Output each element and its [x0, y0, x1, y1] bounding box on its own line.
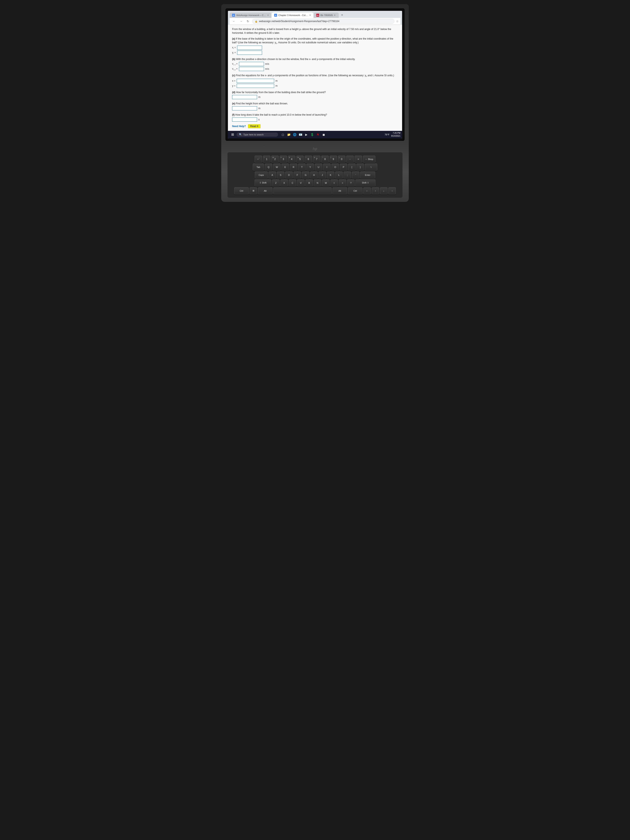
part-b-vix-input[interactable]	[239, 62, 264, 66]
part-a-yi-input[interactable]	[237, 51, 262, 55]
key-y[interactable]: Y	[306, 164, 314, 171]
key-9[interactable]: (9	[330, 156, 337, 163]
key-lctrl[interactable]: Ctrl	[234, 187, 249, 194]
tab-chapter3[interactable]: W Chapter 3 Homework - College P ×	[272, 13, 313, 18]
taskbar-icon-netflix[interactable]: N	[316, 132, 320, 137]
key-space[interactable]	[273, 187, 332, 194]
key-enter[interactable]: Enter	[360, 172, 375, 178]
key-h[interactable]: H	[310, 172, 318, 178]
tab-webassign[interactable]: W WebAssign Homework – College P ×	[230, 13, 271, 18]
key-left[interactable]: ←	[363, 187, 371, 194]
key-0[interactable]: )0	[338, 156, 346, 163]
key-e[interactable]: E	[281, 164, 289, 171]
key-w[interactable]: W	[273, 164, 281, 171]
key-o[interactable]: O	[332, 164, 339, 171]
tab-close-3[interactable]: ×	[334, 14, 335, 17]
key-s[interactable]: S	[277, 172, 284, 178]
bookmark-icon[interactable]: ☆	[396, 20, 399, 23]
key-lshift[interactable]: ⇧ Shift	[254, 179, 271, 186]
part-b-vix-row: vi, x = m/s	[232, 62, 398, 66]
key-semicolon[interactable]: ;	[344, 172, 351, 178]
key-tilde[interactable]: ~`	[254, 156, 262, 163]
key-8[interactable]: *8	[321, 156, 329, 163]
key-comma[interactable]: <	[330, 179, 338, 186]
new-tab-button[interactable]: +	[339, 12, 345, 18]
key-rbracket[interactable]: ]	[357, 164, 364, 171]
part-a-xi-input[interactable]	[237, 46, 262, 50]
key-down[interactable]: ↓	[380, 187, 387, 194]
key-z[interactable]: Z	[272, 179, 279, 186]
key-l[interactable]: L	[335, 172, 343, 178]
key-6[interactable]: ^6	[305, 156, 312, 163]
tab-favicon-ch3: W	[274, 14, 277, 17]
tab-close-2[interactable]: ×	[309, 14, 311, 17]
key-rshift[interactable]: Shift ⇧	[355, 179, 376, 186]
key-equals[interactable]: =	[355, 156, 362, 163]
key-d[interactable]: D	[285, 172, 293, 178]
forward-button[interactable]: →	[238, 19, 244, 23]
key-lbracket[interactable]: [	[348, 164, 355, 171]
key-caps[interactable]: Caps	[255, 172, 268, 178]
key-3[interactable]: #3	[279, 156, 287, 163]
key-backslash[interactable]: \	[365, 164, 377, 171]
browser-window: W WebAssign Homework – College P × W Cha…	[228, 11, 402, 138]
key-backspace[interactable]: ← Bksp	[363, 156, 376, 163]
back-button[interactable]: ←	[231, 19, 237, 23]
taskbar-icon-media[interactable]: ▶	[304, 132, 308, 137]
part-c-x-input[interactable]	[237, 79, 274, 83]
taskbar-search[interactable]: 🔍 Type here to search	[237, 133, 278, 137]
key-x[interactable]: X	[280, 179, 288, 186]
key-p[interactable]: P	[340, 164, 347, 171]
key-tab[interactable]: Tab	[253, 164, 264, 171]
key-i[interactable]: I	[323, 164, 331, 171]
key-g[interactable]: G	[302, 172, 309, 178]
address-bar[interactable]: 🔒 webassign.net/web/Student/Assignment-R…	[252, 19, 395, 24]
key-a[interactable]: A	[268, 172, 276, 178]
key-period[interactable]: >	[339, 179, 346, 186]
key-rctrl[interactable]: Ctrl	[348, 187, 363, 194]
key-c[interactable]: C	[289, 179, 296, 186]
start-button[interactable]: ⊞	[230, 132, 235, 137]
tab-bb[interactable]: Bb Bb 7959505 ×	[314, 13, 339, 18]
taskbar-icon-cortana[interactable]: ◻	[281, 132, 285, 137]
key-n[interactable]: N	[314, 179, 321, 186]
key-quote[interactable]: '	[352, 172, 359, 178]
taskbar-icon-dollar[interactable]: 💲	[310, 132, 314, 137]
key-b[interactable]: B	[305, 179, 313, 186]
taskbar-icon-fileexplorer[interactable]: 📁	[286, 132, 291, 137]
tab-close-1[interactable]: ×	[267, 14, 269, 17]
key-up[interactable]: ↑	[372, 187, 379, 194]
key-lalt[interactable]: Alt	[258, 187, 273, 194]
key-q[interactable]: Q	[265, 164, 272, 171]
key-right[interactable]: →	[388, 187, 396, 194]
key-5[interactable]: %5	[296, 156, 304, 163]
part-d-unit: m	[258, 96, 261, 98]
taskbar-icon-mail[interactable]: 📧	[298, 132, 303, 137]
part-e-input[interactable]	[232, 106, 257, 111]
part-c-y-input[interactable]	[237, 84, 274, 88]
refresh-button[interactable]: ↻	[245, 19, 250, 23]
key-2[interactable]: @2	[271, 156, 279, 163]
key-f[interactable]: F	[294, 172, 301, 178]
key-7[interactable]: &7	[313, 156, 321, 163]
taskbar-icon-edge[interactable]: 🌐	[292, 132, 297, 137]
part-b-viy-input[interactable]	[239, 67, 264, 71]
taskbar-icon-black[interactable]: ◼	[322, 132, 326, 137]
key-j[interactable]: J	[319, 172, 326, 178]
read-it-button[interactable]: Read It	[248, 124, 261, 128]
key-4[interactable]: $4	[288, 156, 295, 163]
part-d-input[interactable]	[232, 95, 257, 99]
part-f-input[interactable]	[232, 117, 257, 122]
key-minus[interactable]: -	[346, 156, 354, 163]
key-r[interactable]: R	[290, 164, 297, 171]
key-t[interactable]: T	[298, 164, 306, 171]
key-1[interactable]: !1	[263, 156, 270, 163]
key-ralt[interactable]: Alt	[333, 187, 347, 194]
key-k[interactable]: K	[327, 172, 335, 178]
key-v[interactable]: V	[297, 179, 305, 186]
key-slash[interactable]: ?	[347, 179, 355, 186]
part-f-row: s	[232, 117, 398, 122]
key-lwin[interactable]: ⊞	[249, 187, 257, 194]
key-u[interactable]: U	[315, 164, 322, 171]
key-m[interactable]: M	[322, 179, 330, 186]
